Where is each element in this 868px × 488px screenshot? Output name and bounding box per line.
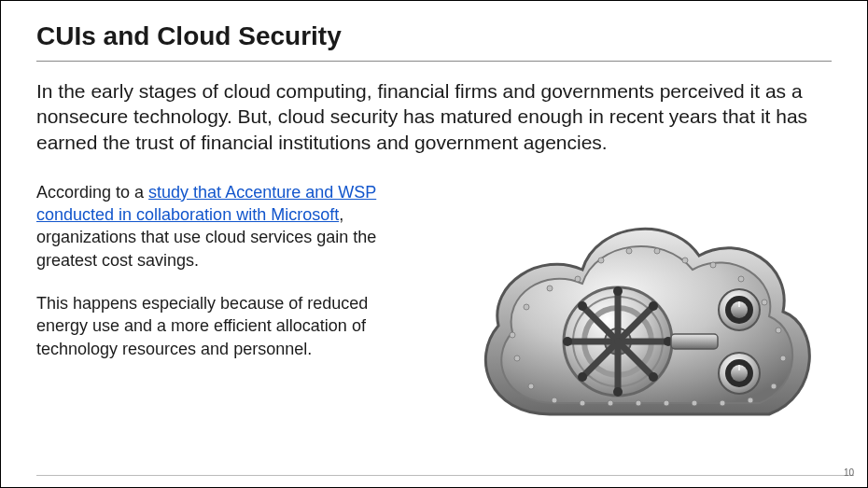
svg-point-17 (692, 400, 697, 406)
svg-point-18 (664, 400, 669, 406)
svg-point-40 (649, 301, 658, 311)
para1-prefix: According to a (36, 183, 148, 202)
svg-point-38 (563, 337, 572, 346)
svg-point-5 (598, 258, 604, 263)
page-number: 10 (844, 467, 854, 478)
paragraph-1: According to a study that Accenture and … (36, 181, 419, 272)
svg-point-9 (710, 262, 716, 268)
slide-title: CUIs and Cloud Security (36, 21, 832, 62)
svg-point-10 (738, 276, 744, 282)
svg-point-1 (510, 332, 515, 338)
text-column: According to a study that Accenture and … (36, 181, 419, 470)
svg-point-0 (514, 356, 520, 361)
svg-point-36 (613, 286, 623, 296)
svg-point-37 (613, 387, 623, 397)
svg-point-12 (776, 328, 781, 333)
svg-point-20 (608, 400, 613, 406)
paragraph-2: This happens especially because of reduc… (36, 292, 419, 360)
svg-point-19 (636, 400, 641, 406)
svg-point-8 (682, 258, 688, 263)
svg-point-42 (578, 301, 587, 311)
svg-point-16 (720, 400, 725, 406)
cloud-vault-icon (461, 200, 816, 452)
svg-point-41 (578, 372, 587, 382)
svg-rect-44 (671, 334, 718, 349)
svg-point-2 (524, 304, 529, 310)
svg-point-43 (649, 372, 658, 382)
svg-point-3 (547, 286, 553, 291)
svg-point-13 (780, 356, 786, 361)
svg-point-14 (771, 383, 777, 389)
svg-point-6 (626, 248, 632, 254)
svg-point-4 (575, 276, 581, 282)
svg-point-7 (654, 248, 660, 254)
svg-point-23 (528, 383, 534, 389)
body-row: According to a study that Accenture and … (36, 181, 832, 470)
svg-point-22 (552, 397, 557, 403)
intro-paragraph: In the early stages of cloud computing, … (36, 78, 832, 155)
svg-point-11 (762, 300, 767, 305)
slide: CUIs and Cloud Security In the early sta… (1, 1, 867, 487)
image-column (445, 181, 832, 470)
svg-point-21 (580, 400, 585, 406)
footer-divider: 10 (36, 475, 854, 476)
svg-point-15 (748, 397, 753, 403)
